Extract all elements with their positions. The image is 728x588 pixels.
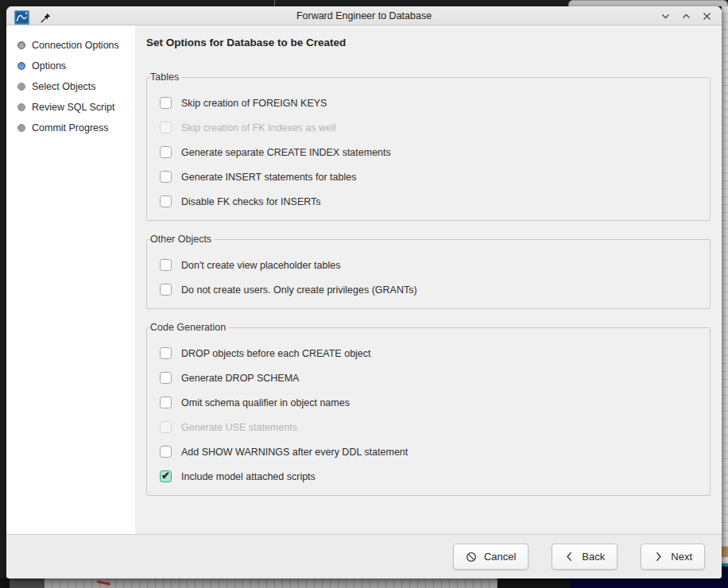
checkbox-row-skip-fk-indexes: Skip creation of FK Indexes as well xyxy=(160,115,700,140)
sidebar-item-commit-progress[interactable]: Commit Progress xyxy=(6,118,135,138)
checkbox-row-add-show-warnings[interactable]: Add SHOW WARNINGS after every DDL statem… xyxy=(160,439,700,464)
checkbox-row-generate-use-statements: Generate USE statements xyxy=(160,415,700,439)
group-legend: Code Generation xyxy=(150,322,229,333)
other-objects-group: Other Objects Don't create view placehol… xyxy=(146,234,711,309)
checkbox-label: Omit schema qualifier in object names xyxy=(181,397,350,408)
code-generation-group: Code Generation DROP objects before each… xyxy=(146,322,711,496)
wizard-steps-sidebar: Connection Options Options Select Object… xyxy=(6,25,135,534)
checkbox-label: Do not create users. Only create privile… xyxy=(181,284,417,296)
checkbox-row-disable-fk-checks[interactable]: Disable FK checks for INSERTs xyxy=(160,189,700,214)
step-label: Review SQL Script xyxy=(32,102,114,113)
step-dot-icon xyxy=(17,124,25,132)
checkbox-label: Generate USE statements xyxy=(181,422,297,433)
checkbox-label: Generate separate CREATE INDEX statement… xyxy=(181,147,391,158)
step-dot-icon xyxy=(17,41,25,49)
unshade-window-button[interactable] xyxy=(681,11,691,21)
checkbox-row-separate-create-index[interactable]: Generate separate CREATE INDEX statement… xyxy=(160,140,700,164)
dialog-title: Forward Engineer to Database xyxy=(6,10,722,21)
checkbox[interactable] xyxy=(160,171,172,183)
background-fragment xyxy=(498,578,570,588)
checkbox[interactable] xyxy=(160,397,172,408)
chevron-down-icon xyxy=(660,11,671,21)
close-window-button[interactable] xyxy=(702,11,712,21)
next-button[interactable]: Next xyxy=(641,544,705,570)
step-dot-icon xyxy=(17,103,25,111)
background-fragment xyxy=(570,578,728,588)
checkbox-label: Skip creation of FK Indexes as well xyxy=(181,122,336,133)
background-fragment xyxy=(722,547,728,557)
checkbox-row-generate-drop-schema[interactable]: Generate DROP SCHEMA xyxy=(160,366,700,390)
checkbox[interactable] xyxy=(160,446,172,458)
cancel-button[interactable]: Cancel xyxy=(453,544,529,570)
sidebar-item-options[interactable]: Options xyxy=(6,56,135,76)
window-controls xyxy=(660,6,712,25)
dialog-titlebar[interactable]: Forward Engineer to Database xyxy=(6,6,722,25)
step-label: Options xyxy=(32,60,66,72)
checkbox-row-include-model-scripts[interactable]: Include model attached scripts xyxy=(160,464,700,489)
checkbox xyxy=(160,122,172,133)
options-page: Set Options for Database to be Created T… xyxy=(135,25,722,534)
step-dot-icon xyxy=(17,62,25,70)
background-app-bottom-strip xyxy=(0,578,728,588)
checkbox[interactable] xyxy=(160,195,172,207)
checkbox-row-skip-foreign-keys[interactable]: Skip creation of FOREIGN KEYS xyxy=(160,91,700,115)
back-button[interactable]: Back xyxy=(552,544,618,570)
background-app-right-strip xyxy=(722,6,728,588)
chevron-up-icon xyxy=(681,11,691,21)
checkbox[interactable] xyxy=(160,470,172,482)
checkbox[interactable] xyxy=(160,146,172,158)
step-label: Commit Progress xyxy=(32,122,109,133)
checkbox-row-no-create-users[interactable]: Do not create users. Only create privile… xyxy=(160,277,700,302)
background-divider xyxy=(274,0,275,6)
checkbox[interactable] xyxy=(160,372,172,384)
checkbox[interactable] xyxy=(160,347,172,359)
checkbox-label: Generate INSERT statements for tables xyxy=(181,172,356,183)
button-label: Back xyxy=(582,551,605,563)
cancel-icon xyxy=(466,551,477,563)
checkbox-label: Disable FK checks for INSERTs xyxy=(181,196,321,207)
checkbox-label: Don't create view placeholder tables xyxy=(181,260,340,271)
checkbox-label: Generate DROP SCHEMA xyxy=(181,373,299,384)
background-panel-edge xyxy=(568,0,728,6)
background-fragment xyxy=(0,578,10,588)
chevron-left-icon xyxy=(564,551,575,562)
sidebar-item-review-sql-script[interactable]: Review SQL Script xyxy=(6,97,135,118)
background-canvas-ruler xyxy=(45,578,498,588)
chevron-right-icon xyxy=(653,551,664,562)
checkbox-row-generate-insert[interactable]: Generate INSERT statements for tables xyxy=(160,164,700,189)
close-icon xyxy=(702,11,712,21)
checkbox-label: DROP objects before each CREATE object xyxy=(181,348,371,359)
step-dot-icon xyxy=(17,83,25,91)
group-legend: Tables xyxy=(150,72,182,83)
checkbox-row-omit-schema-qualifier[interactable]: Omit schema qualifier in object names xyxy=(160,390,700,415)
checkbox-label: Skip creation of FOREIGN KEYS xyxy=(181,98,327,109)
background-app-top-strip xyxy=(0,0,728,6)
checkbox[interactable] xyxy=(160,284,172,296)
checkbox[interactable] xyxy=(160,259,172,271)
page-title: Set Options for Database to be Created xyxy=(146,37,711,48)
checkbox xyxy=(160,421,172,433)
group-legend: Other Objects xyxy=(150,234,215,245)
shade-window-button[interactable] xyxy=(660,11,671,21)
checkbox-row-drop-before-create[interactable]: DROP objects before each CREATE object xyxy=(160,341,700,366)
dialog-footer: Cancel Back Next xyxy=(6,534,722,578)
step-label: Select Objects xyxy=(32,81,96,92)
step-label: Connection Options xyxy=(32,40,119,51)
checkbox-row-no-view-placeholders[interactable]: Don't create view placeholder tables xyxy=(160,253,700,277)
background-fragment xyxy=(10,578,45,588)
sidebar-item-select-objects[interactable]: Select Objects xyxy=(6,76,135,97)
checkbox[interactable] xyxy=(160,97,172,109)
forward-engineer-dialog: Forward Engineer to Database Connection … xyxy=(6,6,722,578)
button-label: Next xyxy=(671,551,692,563)
tables-group: Tables Skip creation of FOREIGN KEYS Ski… xyxy=(146,72,711,221)
button-label: Cancel xyxy=(484,551,516,563)
checkbox-label: Add SHOW WARNINGS after every DDL statem… xyxy=(181,447,408,458)
sidebar-item-connection-options[interactable]: Connection Options xyxy=(6,35,135,56)
checkbox-label: Include model attached scripts xyxy=(181,471,316,482)
